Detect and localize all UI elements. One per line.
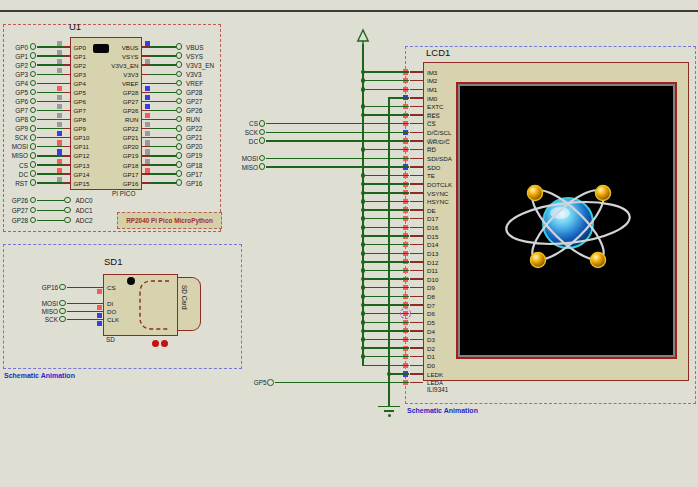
wire xyxy=(362,192,409,193)
pin-stub xyxy=(63,137,70,138)
probe-marker xyxy=(400,308,411,319)
pin-stub xyxy=(410,132,424,133)
pin-stub xyxy=(410,158,424,159)
pin-stub xyxy=(63,119,70,120)
junction-dot xyxy=(387,372,392,377)
wire xyxy=(149,92,176,93)
terminal-label: GP6 xyxy=(0,98,28,105)
wire xyxy=(362,330,409,331)
pin-stub xyxy=(142,64,149,65)
terminal-label: GP2 xyxy=(0,62,28,69)
pin-label: D2 xyxy=(427,345,435,352)
pin-stub xyxy=(63,155,70,156)
wire xyxy=(37,220,64,221)
pin-label: GP13 xyxy=(74,162,90,169)
sd-ref: SD1 xyxy=(104,257,122,267)
terminal-cs[interactable] xyxy=(30,161,37,168)
state-indicator xyxy=(57,159,62,164)
terminal-gp19[interactable] xyxy=(176,152,183,159)
pin-stub xyxy=(142,128,149,129)
state-indicator xyxy=(97,313,102,318)
pin-stub xyxy=(142,119,149,120)
pin-stub xyxy=(142,137,149,138)
pin-label: IM1 xyxy=(427,86,437,93)
state-indicator xyxy=(145,59,150,64)
pico-value: PI PICO xyxy=(112,190,135,197)
terminal-label: VREF xyxy=(186,80,203,87)
schematic-canvas[interactable]: RP2040 Pi Pico MicroPython U1 PI PICO Sc… xyxy=(0,0,698,487)
terminal-mosi[interactable] xyxy=(30,143,37,150)
pin-label: LEDK xyxy=(427,371,443,378)
pin-stub xyxy=(410,347,424,348)
pin-stub xyxy=(63,83,70,84)
terminal-label: GP18 xyxy=(186,162,202,169)
pin-label: R̅E̅S̅ xyxy=(427,112,440,119)
terminal-sck[interactable] xyxy=(30,134,37,141)
state-indicator xyxy=(145,168,150,173)
wire xyxy=(362,71,409,72)
terminal-sck[interactable] xyxy=(259,129,266,136)
terminal-gp21[interactable] xyxy=(176,134,183,141)
wire xyxy=(37,101,63,102)
terminal-cs[interactable] xyxy=(259,120,266,127)
power-terminal-icon[interactable] xyxy=(353,27,375,47)
wire xyxy=(266,166,409,167)
pin-stub xyxy=(410,71,424,72)
state-indicator xyxy=(97,289,102,294)
wire xyxy=(37,110,63,111)
terminal-gp9[interactable] xyxy=(30,125,37,132)
terminal-dc[interactable] xyxy=(259,137,266,144)
pin-label: IM2 xyxy=(427,77,437,84)
pin-label: D8 xyxy=(427,293,435,300)
state-indicator xyxy=(57,113,62,118)
state-indicator xyxy=(57,177,62,182)
state-indicator xyxy=(145,95,150,100)
lcd-group-label: Schematic Animation xyxy=(407,407,478,415)
wire xyxy=(149,110,176,111)
terminal-gp18[interactable] xyxy=(176,161,183,168)
terminal-gp20[interactable] xyxy=(176,143,183,150)
pin-label: DI xyxy=(107,300,113,307)
state-indicator xyxy=(145,159,150,164)
terminal-gp22[interactable] xyxy=(176,125,183,132)
atom-graphic xyxy=(488,167,648,279)
terminal-label: GP26 xyxy=(186,107,202,114)
pin-stub xyxy=(410,382,424,383)
junction-dot xyxy=(361,216,366,221)
pin-stub xyxy=(410,330,424,331)
pin-label: GP6 xyxy=(74,98,86,105)
state-indicator xyxy=(57,140,62,145)
pin-stub xyxy=(142,92,149,93)
terminal-gp5[interactable] xyxy=(267,379,274,386)
terminal-label: GP27 xyxy=(186,98,202,105)
wire xyxy=(362,149,409,150)
wire xyxy=(149,155,176,156)
junction-dot xyxy=(361,191,366,196)
pin-stub xyxy=(410,149,424,150)
terminal-mosi[interactable] xyxy=(259,155,266,162)
terminal-label: GP0 xyxy=(0,44,28,51)
pin-label: C̅S̅ xyxy=(427,120,436,127)
pin-label: GP15 xyxy=(74,180,90,187)
wire xyxy=(266,123,409,124)
pin-label: D7 xyxy=(427,302,435,309)
pin-stub xyxy=(410,123,424,124)
state-indicator xyxy=(57,104,62,109)
pin-label: GP1 xyxy=(74,53,86,60)
wire xyxy=(37,119,63,120)
terminal-label: GP28 xyxy=(0,217,28,224)
pin-label: D1 xyxy=(427,353,435,360)
state-indicator xyxy=(145,122,150,127)
pin-stub xyxy=(410,270,424,271)
pin-label: DOTCLK xyxy=(427,181,452,188)
terminal-miso[interactable] xyxy=(259,163,266,170)
state-indicator xyxy=(57,86,62,91)
terminal-miso[interactable] xyxy=(30,152,37,159)
state-indicator xyxy=(145,86,150,91)
pin-label: GP10 xyxy=(74,134,90,141)
wire xyxy=(362,296,409,297)
pin-stub xyxy=(63,55,70,56)
pin-stub xyxy=(142,155,149,156)
pin-stub xyxy=(63,46,70,47)
pin-label: VSYNC xyxy=(427,190,448,197)
